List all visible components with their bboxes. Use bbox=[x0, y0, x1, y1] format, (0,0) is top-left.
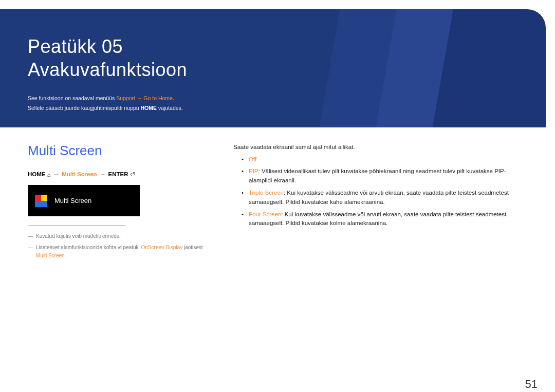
dash-icon: ― bbox=[28, 244, 33, 260]
notes: ― Kuvatud kujutis võib mudeliti erineda.… bbox=[28, 232, 213, 260]
page-number: 51 bbox=[525, 378, 538, 391]
chapter-banner: Peatükk 05 Avakuvafunktsioon See funktsi… bbox=[0, 9, 546, 127]
list-item-triple: Triple Screen: Kui kuvatakse välisseadme… bbox=[233, 189, 527, 207]
section-title: Multi Screen bbox=[28, 143, 213, 159]
list-item-pip: PIP: Välisest videoallikast tulev pilt k… bbox=[233, 167, 527, 185]
path-mid: Multi Screen bbox=[62, 171, 97, 177]
option-text: : Välisest videoallikast tulev pilt kuva… bbox=[249, 168, 506, 183]
chapter-title: Avakuvafunktsioon bbox=[28, 59, 187, 80]
intro-bold: HOME bbox=[141, 105, 157, 111]
preview-box: Multi Screen bbox=[28, 185, 140, 216]
intro-text: . bbox=[173, 95, 174, 101]
option-label: PIP bbox=[249, 168, 258, 174]
intro-highlight: Support → Go to Home bbox=[116, 95, 173, 101]
left-column: Multi Screen HOME ⌂ → Multi Screen → ENT… bbox=[28, 143, 213, 263]
note-text: Kuvatud kujutis võib mudeliti erineda. bbox=[36, 232, 121, 240]
arrow-icon: → bbox=[52, 171, 61, 177]
intro-text: See funktsioon on saadaval menüüs bbox=[28, 95, 116, 101]
home-icon: ⌂ bbox=[47, 172, 51, 178]
chapter-heading: Peatükk 05 Avakuvafunktsioon bbox=[28, 35, 518, 81]
arrow-icon: → bbox=[99, 171, 107, 177]
option-text: : Kui kuvatakse välisseadme või arvuti e… bbox=[249, 190, 509, 205]
intro-text: vajutades. bbox=[157, 105, 183, 111]
option-label: Four Screen bbox=[249, 211, 281, 217]
menu-path: HOME ⌂ → Multi Screen → ENTER ⏎ bbox=[28, 171, 213, 178]
content-area: Multi Screen HOME ⌂ → Multi Screen → ENT… bbox=[0, 127, 555, 263]
note-text: Lisateavet alamfunktsioonide kohta vt pe… bbox=[36, 244, 213, 260]
option-label: Off bbox=[249, 156, 256, 162]
divider bbox=[28, 226, 125, 226]
list-item-off: Off bbox=[233, 155, 527, 164]
path-home: HOME bbox=[28, 171, 46, 177]
list-item-four: Four Screen: Kui kuvatakse välisseadme v… bbox=[233, 210, 527, 229]
intro-paragraph: Saate vaadata ekraanil samal ajal mitut … bbox=[233, 143, 527, 152]
enter-icon: ⏎ bbox=[130, 171, 135, 177]
note-highlight: Multi Screen bbox=[36, 253, 65, 258]
right-column: Saate vaadata ekraanil samal ajal mitut … bbox=[233, 143, 527, 263]
option-label: Triple Screen bbox=[249, 190, 284, 196]
multiscreen-icon bbox=[35, 195, 47, 207]
preview-label: Multi Screen bbox=[54, 197, 91, 204]
option-text: : Kui kuvatakse välisseadme või arvuti e… bbox=[249, 211, 506, 227]
intro-text: Sellele pääseb juurde kaugjuhtimispuldi … bbox=[28, 105, 141, 111]
chapter-label: Peatükk 05 bbox=[28, 36, 123, 57]
note-highlight: OnScreen Display bbox=[141, 245, 183, 250]
banner-intro: See funktsioon on saadaval menüüs Suppor… bbox=[28, 94, 518, 113]
dash-icon: ― bbox=[28, 232, 33, 240]
path-enter: ENTER bbox=[108, 171, 128, 177]
options-list: Off PIP: Välisest videoallikast tulev pi… bbox=[233, 155, 527, 229]
